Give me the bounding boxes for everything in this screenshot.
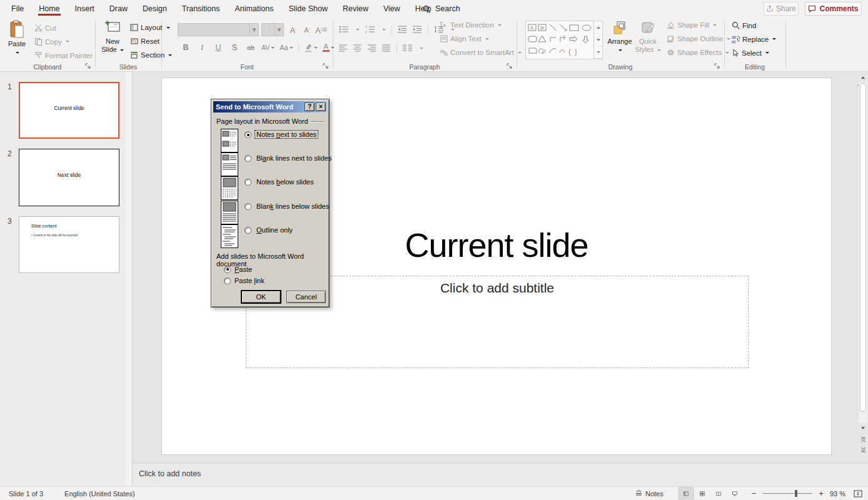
shape-outline-button: Shape Outline [667,35,730,42]
vertical-scrollbar[interactable] [859,82,867,423]
quick-styles-button: Quick Styles [634,20,662,54]
thumbnail-title-text: Next slide [19,172,119,178]
format-painter-icon [34,51,43,59]
reset-button[interactable]: Reset [130,38,159,45]
slide-thumbnail-1[interactable]: Current slide [19,82,119,139]
slide-2-number: 2 [8,149,12,158]
thumbnail-panel-scrollbar[interactable] [126,72,131,486]
fit-slide-to-window-button[interactable] [850,490,865,498]
notes-below-slides-icon [221,176,238,200]
menu-tab-slide-show[interactable]: Slide Show [281,0,335,18]
shapes-more-button[interactable] [594,46,602,59]
menu-tab-animations[interactable]: Animations [228,0,281,18]
normal-view-button[interactable] [678,487,694,500]
menu-tab-review[interactable]: Review [335,0,376,18]
paragraph-dialog-launcher[interactable] [507,63,513,69]
menu-tab-design[interactable]: Design [135,0,174,18]
text-shadow-icon: S [229,41,240,54]
slide-sorter-view-button[interactable] [694,487,710,500]
scrollbar-thumb[interactable] [860,83,866,412]
layout-option-label[interactable]: Notes below slides [255,178,315,186]
notes-pane[interactable]: Click to add notes [133,462,868,486]
layout-option-label[interactable]: Outline only [255,226,294,234]
layout-option-radio[interactable] [245,203,251,210]
scroll-down-button[interactable] [859,424,867,432]
cut-button: Cut [34,24,56,32]
paste-button[interactable]: Paste [5,20,29,56]
menu-bar: FileHomeInsertDrawDesignTransitionsAnima… [0,0,868,18]
layout-option-radio[interactable] [245,131,251,138]
blank-lines-next-to-slides-icon [221,152,238,176]
svg-text:1: 1 [365,26,367,29]
menu-tab-draw[interactable]: Draw [102,0,135,18]
cancel-button[interactable]: Cancel [286,291,326,303]
find-button[interactable]: Find [732,21,756,29]
next-slide-button[interactable] [859,445,867,454]
menu-tab-view[interactable]: View [376,0,408,18]
clear-formatting-button: A⌫ [315,24,327,36]
arrange-icon [612,20,628,36]
arrange-button[interactable]: Arrange [607,20,633,54]
notes-toggle-button[interactable]: Notes [629,487,669,500]
reading-view-icon [716,490,721,498]
select-icon [732,49,739,57]
search-box[interactable]: Search [423,0,460,18]
layout-option-label[interactable]: Blank lines below slides [255,202,330,210]
slideshow-view-button[interactable] [727,487,743,500]
shape-effects-icon [667,49,675,56]
layout-option-radio[interactable] [245,155,251,162]
paste-option-label[interactable]: Paste link [235,277,265,284]
section-icon [130,51,138,59]
new-slide-button[interactable]: New Slide [99,20,126,54]
layout-option-radio[interactable] [245,227,251,234]
zoom-in-button[interactable]: + [816,489,826,498]
drawing-dialog-launcher[interactable] [714,63,720,69]
slide-thumbnail-2[interactable]: Next slide [19,149,119,206]
align-text-button: Align Text [440,35,489,42]
paste-option-radio[interactable] [224,266,231,273]
dialog-titlebar[interactable]: Send to Microsoft Word ? × [213,101,327,112]
menu-tab-insert[interactable]: Insert [68,0,102,18]
replace-button[interactable]: abac Replace [732,35,776,43]
previous-slide-button[interactable] [859,435,867,444]
paste-option-radio[interactable] [224,278,231,284]
character-spacing-icon: AV [261,41,275,54]
layout-option-radio[interactable] [245,179,251,186]
dialog-close-button[interactable]: × [316,102,326,111]
drawing-group-label: Drawing [517,63,724,71]
comments-label: Comments [819,4,858,13]
font-dialog-launcher[interactable] [323,63,329,69]
clipboard-dialog-launcher[interactable] [85,63,91,69]
select-button[interactable]: Select [732,49,769,57]
zoom-slider-thumb[interactable] [795,490,797,497]
bullets-icon [339,26,349,33]
send-to-word-dialog: Send to Microsoft Word ? × Page layout i… [211,99,330,308]
zoom-slider[interactable] [762,493,812,494]
change-case-icon: Aa [280,41,293,54]
layout-option-label[interactable]: Notes next to slides [255,131,318,138]
ok-button[interactable]: OK [241,291,281,303]
shapes-gallery[interactable]: A { } [525,21,603,59]
slide-thumbnail-3[interactable]: Slide content• Content in the slide will… [19,216,119,273]
shapes-scroll-down-button[interactable] [594,34,602,46]
shapes-scroll-up-button[interactable] [594,21,602,34]
copy-button: Copy [34,38,69,46]
font-name-combo: ▾ [178,23,259,36]
layout-option-label[interactable]: Blank lines next to slides [255,154,333,162]
paste-option-label[interactable]: Paste [235,266,252,273]
copy-icon [34,38,43,46]
menu-tab-home[interactable]: Home [31,0,67,18]
menu-tab-transitions[interactable]: Transitions [174,0,228,18]
zoom-out-button[interactable]: − [749,489,759,498]
dialog-help-button[interactable]: ? [305,102,315,111]
shape-fill-button: Shape Fill [667,21,717,29]
zoom-level-label[interactable]: 93 % [830,490,845,498]
blank-lines-below-slides-icon [221,201,238,224]
reading-view-button[interactable] [710,487,727,500]
paragraph-group-label: Paragraph [333,63,517,71]
scroll-up-button[interactable] [859,73,867,82]
menu-tab-file[interactable]: File [4,0,31,18]
comments-button[interactable]: Comments [805,2,862,16]
share-icon [766,5,774,12]
language-indicator[interactable]: English (United States) [64,490,135,498]
